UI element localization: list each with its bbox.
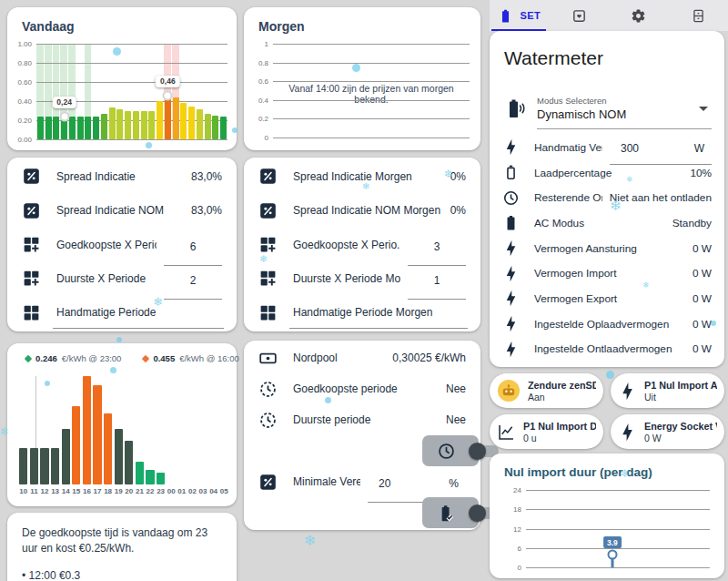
row-value: Niet aan het ontladen: [610, 191, 712, 204]
row-vermogen-import[interactable]: Vermogen Import0 W: [490, 260, 724, 286]
row-duurste-x-periode[interactable]: Duurste X Periode2: [7, 261, 237, 295]
cash-icon: [258, 349, 278, 368]
row-handmatig-vermog[interactable]: Handmatig Vermog...300W: [490, 135, 724, 160]
price-today-chart: 1011121314151617181920212223000102030405: [18, 376, 229, 484]
row-minimale-vereiste-s[interactable]: Minimale Vereiste S...20%: [244, 466, 480, 497]
price-bar: [53, 117, 59, 139]
gridline: [36, 82, 228, 83]
legend-text: €/kWh @ 16:00: [179, 353, 239, 363]
row-goedkoopste-x-periode[interactable]: Goedkoopste X Periode6: [7, 228, 237, 261]
grid-icon: [22, 303, 41, 322]
lightning-icon: [502, 240, 520, 257]
row-spread-indicatie-nom[interactable]: Spread Indicatie NOM83,0%: [7, 193, 237, 227]
price-bar: [37, 117, 44, 139]
x-tick-label: 20: [125, 487, 133, 495]
row-label: Resterende Ontlaad Tijd: [534, 191, 602, 204]
price-bar: [19, 448, 27, 485]
button-p1-nul-import-duu[interactable]: P1 Nul Import Duu...0 u: [490, 414, 603, 449]
gridline: [273, 81, 470, 82]
lightning-icon: [618, 382, 637, 401]
row-goedkoopste-periode[interactable]: Goedkoopste periodeNee: [244, 373, 480, 404]
legend-item[interactable]: 0.455 €/kWh @ 16:00: [143, 353, 238, 363]
tab-drawers[interactable]: [669, 0, 728, 31]
x-tick-label: 10: [19, 487, 27, 495]
row-value: 0 W: [693, 242, 712, 255]
row-spread-indicatie-morgen[interactable]: Spread Indicatie Morgen0%: [244, 159, 480, 193]
row-vermogen-aansturing[interactable]: Vermogen Aansturing0 W: [490, 236, 724, 261]
row-ac-modus[interactable]: AC ModusStandby: [490, 210, 724, 236]
row-label: Goedkoopste X Perio...: [293, 239, 400, 251]
row-label: Duurste periode: [293, 413, 439, 426]
row-ingestelde-oplaadvermogen[interactable]: Ingestelde Oplaadvermogen0 W: [490, 311, 724, 337]
x-tick-label: 22: [147, 487, 155, 495]
tab-heart-box[interactable]: [550, 0, 610, 31]
row-spread-indicatie-nom-morgen[interactable]: Spread Indicatie NOM Morgen0%: [244, 193, 480, 227]
battery-outline-icon: [502, 164, 520, 181]
morgen-price-chart: Vanaf 14:00 zijn de prijzen van morgen b…: [273, 44, 470, 138]
button-p1-nul-import-actief[interactable]: P1 Nul Import ActiefUit: [611, 373, 724, 408]
y-tick-label: 0.6: [258, 77, 268, 86]
y-tick-label: 0: [265, 134, 268, 142]
gridline: [526, 567, 710, 568]
button-zendure-zensdk[interactable]: Zendure zenSDK (...Aan: [490, 373, 603, 408]
price-bar: [220, 117, 227, 139]
robot-icon: [497, 379, 521, 403]
price-bar: [157, 473, 165, 484]
row-handmatige-periode-morgen[interactable]: Handmatige Periode Morgen: [244, 296, 480, 330]
row-value: 0%: [450, 204, 466, 217]
grid-plus-icon: [258, 235, 278, 254]
row-laadpercentage[interactable]: Laadpercentage10%: [490, 160, 724, 186]
legend-item[interactable]: 0.246 €/kWh @ 23:00: [25, 353, 121, 363]
data-point-label: 3.9: [603, 536, 622, 548]
nul-import-title: Nul import duur (per dag): [490, 454, 724, 479]
price-bar: [165, 96, 171, 139]
price-bar: [83, 376, 91, 484]
y-tick-label: 0.00: [17, 136, 32, 144]
price-bar: [157, 101, 163, 139]
price-bar: [104, 413, 112, 484]
tab-set[interactable]: SET: [490, 0, 550, 31]
y-tick-label: 0.60: [17, 78, 32, 87]
y-tick-label: 1: [265, 40, 268, 48]
row-goedkoopste-x-perio[interactable]: Goedkoopste X Perio...3: [244, 228, 480, 261]
row-label: Spread Indicatie NOM: [56, 204, 184, 217]
button-value: Uit: [644, 392, 717, 403]
input-suffix: W: [694, 142, 704, 155]
input-value[interactable]: 20: [379, 477, 390, 490]
x-tick-label: 11: [30, 487, 37, 495]
tab-gear[interactable]: [609, 0, 669, 31]
watermeter-title: Watermeter: [490, 31, 724, 69]
row-value: 83,0%: [191, 204, 222, 217]
input-suffix: %: [449, 477, 459, 490]
row-15-minuten-tarieven-actief[interactable]: 15 Minuten Tarieven Actief: [422, 435, 479, 466]
row-dynamisch-recent-geladen[interactable]: Dynamisch Recent Geladen: [422, 497, 479, 528]
gridline: [273, 44, 470, 45]
row-duurste-periode[interactable]: Duurste periodeNee: [244, 404, 480, 435]
morgen-message: Vanaf 14:00 zijn de prijzen van morgen b…: [273, 83, 470, 105]
row-duurste-x-periode-mo[interactable]: Duurste X Periode Mo...1: [244, 261, 480, 295]
row-value: 10%: [690, 167, 712, 179]
modus-select[interactable]: Modus Selecteren Dynamisch NOM: [504, 87, 712, 129]
row-vermogen-export[interactable]: Vermogen Export0 W: [490, 286, 724, 311]
row-label: Nordpool: [293, 352, 385, 364]
lightning-icon: [502, 290, 520, 307]
chevron-down-icon: [699, 107, 708, 111]
row-spread-indicatie[interactable]: Spread Indicatie83,0%: [7, 159, 237, 193]
dashboard: Vandaag 1.000.800.600.400.200.000,240,46…: [0, 0, 728, 581]
price-bar: [62, 429, 70, 484]
button-label: P1 Nul Import Duu...: [523, 421, 596, 432]
percent-box-icon: [258, 473, 278, 492]
button-energy-socket-ver[interactable]: Energy Socket Ver...0 W: [611, 414, 724, 449]
row-ingestelde-ontlaadvermogen[interactable]: Ingestelde Ontlaadvermogen0 W: [490, 336, 724, 362]
input-value[interactable]: 300: [621, 142, 639, 155]
x-tick-label: 04: [209, 487, 217, 495]
row-resterende-ontlaad-tijd[interactable]: Resterende Ontlaad TijdNiet aan het ontl…: [490, 185, 724, 210]
price-bar: [125, 111, 131, 140]
percent-box-icon: [258, 201, 278, 220]
y-tick-label: 12: [513, 525, 521, 533]
row-nordpool[interactable]: Nordpool0,30025 €/kWh: [244, 342, 480, 373]
row-value: 0 W: [693, 292, 712, 305]
tab-bar: SET: [490, 0, 728, 31]
drawers-icon: [691, 8, 706, 24]
row-handmatige-periode[interactable]: Handmatige Periode: [7, 296, 237, 330]
